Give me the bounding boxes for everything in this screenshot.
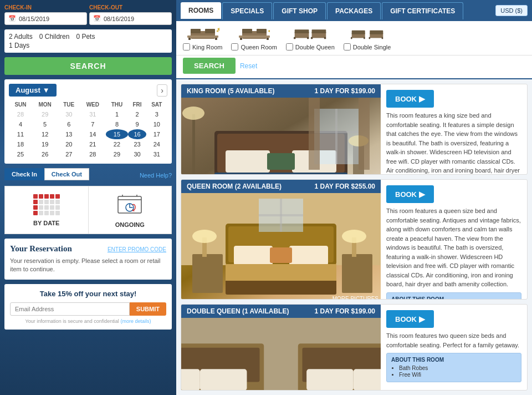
reservation-header: Your Reservation ENTER PROMO CODE [10,244,166,254]
more-details-link[interactable]: (more details) [120,318,151,324]
calendar-day[interactable]: 31 [146,149,167,159]
checkout-date-input[interactable]: 📅 08/16/2019 [89,12,172,25]
queen-label: Queen Room [241,44,277,50]
calendar-day[interactable]: 4 [9,119,32,129]
tab-rooms[interactable]: ROOMS [181,2,221,19]
need-help-link[interactable]: Need Help? [140,170,172,179]
by-date-block[interactable]: BY DATE [4,186,88,234]
calendar-day[interactable]: 17 [146,129,167,139]
tab-gift-shop[interactable]: GIFT SHOP [273,2,326,19]
submit-email-button[interactable]: SUBMIT [130,302,166,316]
tab-packages[interactable]: PACKAGES [327,2,381,19]
reset-link[interactable]: Reset [240,62,257,70]
double-single-checkbox[interactable] [344,43,351,50]
double-queen-label: Double Queen [295,44,335,50]
tab-specials[interactable]: SPECIALS [222,2,272,19]
calendar-day[interactable]: 3 [146,109,167,119]
calendar-day[interactable]: 8 [106,119,129,129]
calendar-day[interactable]: 11 [9,129,32,139]
calendar-day[interactable]: 25 [9,149,32,159]
calendar-week-row: 18192021222324 [9,139,167,149]
calendar-day[interactable]: 20 [58,139,80,149]
ongoing-block[interactable]: ONGOING [88,186,172,234]
calendar-day[interactable]: 13 [58,129,80,139]
svg-rect-27 [351,31,365,34]
svg-rect-40 [267,153,295,170]
month-dropdown-button[interactable]: August ▼ [9,84,57,97]
svg-rect-19 [295,29,309,33]
svg-rect-13 [242,29,252,33]
svg-rect-29 [364,37,365,39]
checkout-date-value: 08/16/2019 [104,16,134,22]
filter-search-button[interactable]: SEARCH [183,58,236,74]
room-type-double-single: Double Single [344,26,391,50]
email-input[interactable] [10,302,130,316]
calendar-day[interactable]: 9 [128,119,146,129]
calendar-day[interactable]: 30 [128,149,146,159]
enter-promo-link[interactable]: ENTER PROMO CODE [108,246,166,252]
day-fri: FRI [128,100,146,109]
calendar-day[interactable]: 22 [106,139,129,149]
calendar-day[interactable]: 28 [9,109,32,119]
calendar-day[interactable]: 10 [146,119,167,129]
by-date-label: BY DATE [33,220,59,226]
dq-book-button[interactable]: BOOK ▶ [386,310,434,328]
email-offer-text: Take 15% off your next stay! [10,290,166,298]
adults-count: 2 Adults [9,33,33,40]
next-month-button[interactable]: › [157,84,167,97]
calendar-day[interactable]: 31 [80,109,105,119]
calendar-week-row: 28293031123 [9,109,167,119]
calendar-day[interactable]: 23 [128,139,146,149]
calendar-day[interactable]: 2 [128,109,146,119]
tab-gift-certificates[interactable]: GIFT CERTIFICATES [382,2,463,19]
reservation-title: Your Reservation [10,244,72,254]
calendar-week-row: 11121314151617 [9,129,167,139]
king-book-button[interactable]: BOOK ▶ [386,90,434,108]
calendar-day[interactable]: 5 [32,119,58,129]
calendar-day[interactable]: 28 [80,149,105,159]
calendar-day[interactable]: 30 [58,109,80,119]
search-button[interactable]: SEARCH [4,57,172,75]
calendar-day[interactable]: 16 [128,129,146,139]
dq-about-title: ABOUT THIS ROOM [391,357,516,363]
checkin-date-input[interactable]: 📅 08/15/2019 [4,12,87,25]
calendar-day[interactable]: 29 [106,149,129,159]
calendar-day[interactable]: 12 [32,129,58,139]
queen-book-button[interactable]: BOOK ▶ [386,185,434,203]
calendar-header: August ▼ › [9,84,167,97]
double-single-label: Double Single [353,44,391,50]
queen-checkbox[interactable] [231,43,238,50]
svg-rect-54 [234,246,273,265]
checkin-tab[interactable]: Check In [4,168,44,180]
double-queen-checkbox[interactable] [286,43,293,50]
svg-rect-49 [359,98,370,170]
calendar-day[interactable]: 1 [106,109,129,119]
queen-more-pictures[interactable]: MORE PICTURES [332,296,378,300]
calendar-day[interactable]: 18 [9,139,32,149]
email-row: SUBMIT [10,302,166,316]
checkout-tab[interactable]: Check Out [44,168,89,180]
calendar-day[interactable]: 14 [80,129,105,139]
king-checkbox[interactable] [183,43,190,50]
svg-rect-11 [187,36,218,38]
calendar-day[interactable]: 6 [58,119,80,129]
king-room-title: KING ROOM (5 AVAILABLE) [187,87,274,95]
svg-point-64 [342,230,366,243]
svg-rect-16 [267,38,269,40]
day-sun: SUN [9,100,32,109]
main-area: ROOMS SPECIALS GIFT SHOP PACKAGES GIFT C… [176,0,532,395]
calendar-day[interactable]: 24 [146,139,167,149]
icons-row: BY DATE ONGOING [4,186,172,234]
calendar-day[interactable]: 15 [106,129,129,139]
svg-rect-60 [342,254,372,293]
dq-amenity-list: Bath Robes Free Wifi [391,365,516,378]
calendar-day[interactable]: 29 [32,109,58,119]
calendar-day[interactable]: 27 [58,149,80,159]
calendar-day[interactable]: 7 [80,119,105,129]
currency-selector[interactable]: USD ($) [495,5,528,16]
calendar-day[interactable]: 26 [32,149,58,159]
calendar-day[interactable]: 19 [32,139,58,149]
svg-rect-31 [370,31,383,34]
calendar-day[interactable]: 21 [80,139,105,149]
svg-rect-8 [205,29,215,33]
